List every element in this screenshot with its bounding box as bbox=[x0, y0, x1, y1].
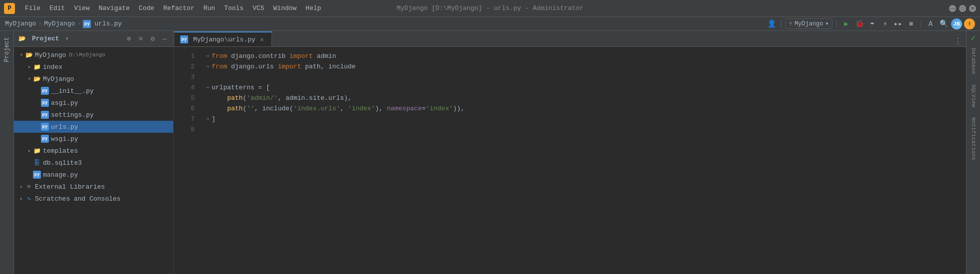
code-editor: 1 2 3 4 5 6 7 8 ⇒ from django.contrib im… bbox=[174, 47, 966, 274]
menu-bar: File Edit View Navigate Code Refactor Ru… bbox=[21, 3, 325, 13]
editor-area: py MyDjango\urls.py ✕ ⋮ 1 2 3 4 5 6 7 8 … bbox=[174, 31, 966, 274]
run-options-button[interactable]: ▸▸ bbox=[893, 18, 904, 29]
menu-vcs[interactable]: VCS bbox=[248, 3, 268, 13]
stop-button[interactable]: ■ bbox=[906, 18, 917, 29]
notification-dot[interactable]: ! bbox=[964, 18, 975, 29]
line-num-5: 5 bbox=[174, 93, 195, 103]
branch-selector[interactable]: ⑂ MyDjango ▾ bbox=[785, 18, 832, 29]
tree-arrow-scratches bbox=[18, 195, 25, 202]
breadcrumb-file[interactable]: py urls.py bbox=[83, 20, 122, 28]
code-line-6: path('', include('index.urls', 'index'),… bbox=[204, 103, 966, 114]
menu-view[interactable]: View bbox=[70, 3, 93, 13]
window-controls: — □ ✕ bbox=[949, 5, 976, 12]
folder-icon-root bbox=[25, 51, 33, 59]
tree-item-mydjangoroot[interactable]: MyDjango D:\MyDjango bbox=[14, 49, 173, 61]
tree-arrow-extlib bbox=[18, 183, 25, 190]
project-side-tab[interactable]: Project bbox=[1, 33, 12, 66]
py-icon-urls: py bbox=[41, 123, 49, 131]
collapse-icon[interactable]: ≡ bbox=[136, 34, 145, 43]
tree-label-wsgi: wsgi.py bbox=[51, 135, 78, 143]
scratch-icon: ✎ bbox=[25, 195, 33, 203]
tree-item-asgi[interactable]: py asgi.py bbox=[14, 97, 173, 109]
tree-item-extlib[interactable]: ≡ External Libraries bbox=[14, 181, 173, 193]
locate-icon[interactable]: ⊕ bbox=[124, 34, 133, 43]
menu-edit[interactable]: Edit bbox=[45, 3, 69, 13]
separator2 bbox=[836, 20, 837, 28]
project-dropdown[interactable]: ▾ bbox=[65, 35, 69, 42]
menu-tools[interactable]: Tools bbox=[220, 3, 247, 13]
tree-arrow-manage bbox=[26, 171, 33, 178]
tree-arrow-db bbox=[26, 159, 33, 166]
git-check-icon: ✓ bbox=[971, 33, 976, 43]
tree-label-templates: templates bbox=[43, 147, 78, 155]
tree-item-db[interactable]: 🗄 db.sqlite3 bbox=[14, 157, 173, 169]
right-tab-sqlview[interactable]: SQLView bbox=[969, 79, 979, 112]
project-panel-header: Project ▾ ⊕ ≡ ⚙ — bbox=[14, 31, 173, 47]
settings-icon[interactable]: ⚙ bbox=[148, 34, 157, 43]
tree-arrow-init bbox=[34, 87, 41, 94]
tree-item-settings[interactable]: py settings.py bbox=[14, 109, 173, 121]
main-layout: Project Project ▾ ⊕ ≡ ⚙ — MyDjango D:\My… bbox=[0, 31, 980, 274]
tree-label-extlib: External Libraries bbox=[35, 183, 105, 191]
menu-help[interactable]: Help bbox=[301, 3, 325, 13]
tree-item-manage[interactable]: py manage.py bbox=[14, 169, 173, 181]
menu-navigate[interactable]: Navigate bbox=[95, 3, 134, 13]
editor-tab-urls[interactable]: py MyDjango\urls.py ✕ bbox=[174, 31, 272, 46]
gutter-7: ⇒ bbox=[204, 114, 212, 124]
breadcrumb-bar: MyDjango › MyDjango › py urls.py 👤 ⑂ MyD… bbox=[0, 17, 980, 31]
close-panel-icon[interactable]: — bbox=[160, 34, 169, 43]
account-icon[interactable]: 👤 bbox=[766, 18, 777, 29]
tree-label-mydjango: MyDjango bbox=[43, 75, 74, 83]
menu-code[interactable]: Code bbox=[135, 3, 158, 13]
tree-item-init[interactable]: py __init__.py bbox=[14, 85, 173, 97]
maximize-button[interactable]: □ bbox=[959, 5, 966, 12]
breadcrumb-module[interactable]: MyDjango bbox=[44, 20, 75, 27]
title-bar-right: — □ ✕ bbox=[945, 5, 976, 12]
right-tab-notifications[interactable]: Notifications bbox=[969, 112, 979, 165]
run-button[interactable]: ▶ bbox=[841, 18, 852, 29]
tree-item-index[interactable]: index bbox=[14, 61, 173, 73]
title-bar: P File Edit View Navigate Code Refactor … bbox=[0, 0, 980, 17]
translate-icon[interactable]: A bbox=[925, 18, 936, 29]
separator bbox=[781, 20, 781, 28]
code-line-1: ⇒ from django.contrib import admin bbox=[204, 51, 966, 61]
tree-item-urls[interactable]: py urls.py bbox=[14, 121, 173, 133]
avatar-icon[interactable]: JB bbox=[951, 18, 962, 29]
menu-window[interactable]: Window bbox=[269, 3, 301, 13]
tree-arrow-mydjango bbox=[26, 75, 33, 82]
breadcrumb-project[interactable]: MyDjango bbox=[5, 20, 36, 27]
tree-label-settings: settings.py bbox=[51, 111, 94, 119]
tree-item-templates[interactable]: templates bbox=[14, 145, 173, 157]
tree-item-wsgi[interactable]: py wsgi.py bbox=[14, 133, 173, 145]
menu-refactor[interactable]: Refactor bbox=[159, 3, 198, 13]
minimize-button[interactable]: — bbox=[949, 5, 956, 12]
search-button[interactable]: 🔍 bbox=[938, 18, 949, 29]
project-tree: MyDjango D:\MyDjango index MyDjango py _… bbox=[14, 47, 173, 274]
tree-arrow-asgi bbox=[34, 99, 41, 106]
line-num-4: 4 bbox=[174, 82, 195, 93]
menu-file[interactable]: File bbox=[21, 3, 44, 13]
code-content[interactable]: ⇒ from django.contrib import admin ⇒ fro… bbox=[199, 47, 966, 274]
line-num-8: 8 bbox=[174, 124, 195, 135]
tree-label-root: MyDjango bbox=[35, 51, 66, 59]
coverage-button[interactable]: ☂ bbox=[867, 18, 878, 29]
menu-run[interactable]: Run bbox=[200, 3, 219, 13]
right-tab-database[interactable]: Database bbox=[969, 43, 979, 79]
tab-close-button[interactable]: ✕ bbox=[258, 36, 265, 43]
profile-button[interactable]: ⚡ bbox=[880, 18, 891, 29]
debug-button[interactable]: 🐞 bbox=[854, 18, 865, 29]
tab-more-options[interactable]: ⋮ bbox=[950, 36, 966, 46]
tree-item-mydjango[interactable]: MyDjango bbox=[14, 73, 173, 85]
tree-arrow-index bbox=[26, 63, 33, 70]
folder-icon-mydjango bbox=[33, 75, 41, 83]
project-header-icons: ⊕ ≡ ⚙ — bbox=[124, 34, 169, 43]
tab-filename: MyDjango\urls.py bbox=[193, 36, 255, 43]
app-logo: P bbox=[4, 3, 15, 14]
py-icon-init: py bbox=[41, 87, 49, 95]
tree-item-scratches[interactable]: ✎ Scratches and Consoles bbox=[14, 193, 173, 205]
separator3 bbox=[921, 20, 921, 28]
line-numbers: 1 2 3 4 5 6 7 8 bbox=[174, 47, 199, 274]
window-title: MyDjango [D:\MyDjango] - urls.py - Admin… bbox=[397, 4, 583, 12]
close-button[interactable]: ✕ bbox=[969, 5, 976, 12]
line-num-6: 6 bbox=[174, 103, 195, 114]
